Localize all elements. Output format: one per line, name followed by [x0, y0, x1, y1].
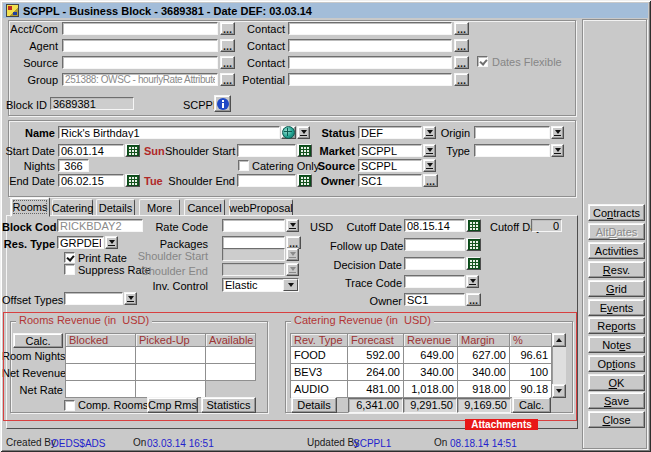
sidebar-button-close[interactable]: Close: [588, 411, 645, 428]
catering-cell[interactable]: 1,018.00: [403, 380, 458, 398]
potential-input[interactable]: [288, 73, 452, 86]
catering-cell[interactable]: 340.00: [457, 363, 510, 381]
owner-input[interactable]: [358, 174, 422, 187]
decision-date-calendar-button[interactable]: [466, 257, 481, 270]
res-type-input[interactable]: [57, 236, 104, 249]
type-dropdown-button[interactable]: [551, 144, 564, 157]
sidebar-button-notes[interactable]: Notes: [588, 336, 645, 353]
tab-rooms[interactable]: Rooms: [10, 197, 50, 217]
contact2-browse-button[interactable]: ...: [454, 39, 469, 52]
catering-scrollbar-up-button[interactable]: [552, 333, 566, 347]
type-input[interactable]: [474, 144, 550, 157]
origin-input[interactable]: [474, 126, 550, 139]
tab-more[interactable]: More: [139, 199, 180, 216]
print-rate-checkbox[interactable]: [64, 252, 75, 263]
catering-cell[interactable]: 649.00: [403, 346, 458, 364]
block-code-input[interactable]: [57, 219, 143, 232]
catering-only-checkbox[interactable]: [238, 160, 249, 171]
market-input[interactable]: [358, 144, 422, 157]
property-info-button[interactable]: [214, 95, 231, 112]
sidebar-button-contracts[interactable]: Contracts: [588, 204, 645, 221]
follow-up-date-calendar-button[interactable]: [466, 238, 481, 251]
rate-code-dropdown-button[interactable]: [286, 219, 299, 232]
tab-details[interactable]: Details: [96, 199, 135, 216]
potential-browse-button[interactable]: ...: [454, 73, 469, 86]
offset-types-input[interactable]: [64, 292, 123, 305]
sidebar-button-grid[interactable]: Grid: [588, 280, 645, 297]
decision-date-input[interactable]: [404, 257, 465, 270]
agent-browse-button[interactable]: ...: [220, 39, 235, 52]
contact3-browse-button[interactable]: ...: [454, 56, 469, 69]
agent-input[interactable]: [62, 39, 218, 52]
catering-cell[interactable]: 340.00: [403, 363, 458, 381]
sidebar-button-events[interactable]: Events: [588, 299, 645, 316]
catering-calc-button[interactable]: Calc.: [512, 397, 551, 413]
sidebar-button-resv[interactable]: Resv.: [588, 261, 645, 278]
res-type-dropdown-button[interactable]: [105, 236, 118, 249]
cmp-rms-button[interactable]: Cmp Rms: [147, 397, 198, 413]
statistics-button[interactable]: Statistics: [201, 397, 256, 413]
title-bar[interactable]: SCPPL - Business Block - 3689381 - Date …: [3, 3, 648, 18]
end-date-calendar-button[interactable]: [125, 174, 140, 187]
acct-com-browse-button[interactable]: ...: [220, 22, 235, 35]
group-browse-button[interactable]: ...: [220, 73, 235, 86]
catering-cell[interactable]: 96.61: [509, 346, 552, 364]
source-input[interactable]: [62, 56, 218, 69]
name-translate-button[interactable]: [281, 126, 296, 139]
shoulder-end-input[interactable]: [237, 174, 296, 187]
trace-code-dropdown-button[interactable]: [466, 275, 479, 288]
catering-cell[interactable]: 90.18: [509, 380, 552, 398]
dates-flexible-checkbox[interactable]: [477, 56, 488, 67]
start-date-input[interactable]: [58, 144, 124, 157]
source-browse-button[interactable]: ...: [220, 56, 235, 69]
tab-cancel[interactable]: Cancel: [184, 199, 225, 216]
catering-cell[interactable]: AUDIO: [290, 380, 348, 398]
trace-code-input[interactable]: [404, 275, 465, 288]
offset-types-dropdown-button[interactable]: [124, 292, 137, 305]
shoulder-start-input[interactable]: [237, 144, 296, 157]
comp-rooms-checkbox[interactable]: [64, 400, 75, 411]
catering-cell[interactable]: 481.00: [347, 380, 404, 398]
end-date-input[interactable]: [58, 174, 124, 187]
tab-webproposal[interactable]: webProposal: [229, 199, 293, 216]
sidebar-button-save[interactable]: Save: [588, 392, 645, 409]
rooms-revenue-calc-button[interactable]: Calc.: [13, 333, 63, 348]
nights-input[interactable]: [58, 159, 89, 172]
sidebar-button-reports[interactable]: Reports: [588, 317, 645, 334]
owner-browse-button[interactable]: ...: [423, 174, 438, 187]
name-input[interactable]: [58, 126, 280, 139]
catering-scrollbar-down-button[interactable]: [552, 384, 566, 398]
rate-code-input[interactable]: [222, 219, 285, 232]
start-date-calendar-button[interactable]: [125, 144, 140, 157]
sidebar-button-activities[interactable]: Activities: [588, 242, 645, 259]
cutoff-date-input[interactable]: [404, 219, 465, 232]
rooms-owner-input[interactable]: [404, 293, 465, 306]
sidebar-button-options[interactable]: Options: [588, 355, 645, 372]
acct-com-input[interactable]: [62, 22, 218, 35]
inv-control-combobox[interactable]: Elastic: [222, 278, 299, 292]
group-input[interactable]: [62, 73, 218, 86]
cutoff-date-calendar-button[interactable]: [466, 219, 481, 232]
catering-cell[interactable]: 100: [509, 363, 552, 381]
contact2-input[interactable]: [288, 39, 452, 52]
contact1-browse-button[interactable]: ...: [454, 22, 469, 35]
details-button[interactable]: Details: [291, 397, 337, 413]
catering-cell[interactable]: FOOD: [290, 346, 348, 364]
catering-cell[interactable]: 627.00: [457, 346, 510, 364]
source-dropdown-button[interactable]: [423, 159, 436, 172]
catering-cell[interactable]: BEV3: [290, 363, 348, 381]
catering-cell[interactable]: 918.00: [457, 380, 510, 398]
catering-cell[interactable]: 592.00: [347, 346, 404, 364]
source-block-input[interactable]: [358, 159, 422, 172]
inv-control-arrow-button[interactable]: [283, 279, 298, 291]
contact3-input[interactable]: [288, 56, 452, 69]
sidebar-button-ok[interactable]: OK: [588, 374, 645, 391]
attachments-lamp[interactable]: Attachments: [465, 419, 538, 430]
tab-catering[interactable]: Catering: [52, 199, 93, 216]
origin-dropdown-button[interactable]: [551, 126, 564, 139]
contact1-input[interactable]: [288, 22, 452, 35]
rooms-owner-browse-button[interactable]: ...: [466, 293, 481, 306]
suppress-rate-checkbox[interactable]: [64, 264, 75, 275]
follow-up-date-input[interactable]: [404, 238, 465, 251]
status-input[interactable]: [358, 126, 422, 139]
